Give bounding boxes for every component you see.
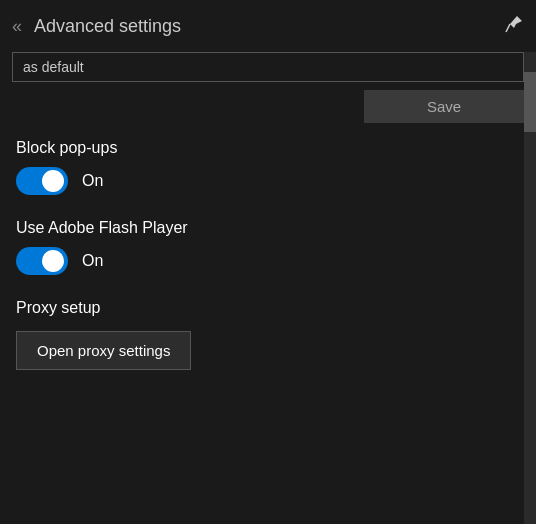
scrollbar[interactable] xyxy=(524,52,536,524)
pin-icon[interactable] xyxy=(504,14,524,39)
app-container: « Advanced settings Save Block pop-ups xyxy=(0,0,536,524)
scrollbar-thumb[interactable] xyxy=(524,72,536,132)
page-title: Advanced settings xyxy=(34,16,181,37)
open-proxy-settings-button[interactable]: Open proxy settings xyxy=(16,331,191,370)
adobe-flash-toggle[interactable] xyxy=(16,247,68,275)
block-popups-label: Block pop-ups xyxy=(16,139,520,157)
adobe-flash-group: Use Adobe Flash Player On xyxy=(16,219,520,275)
adobe-flash-label: Use Adobe Flash Player xyxy=(16,219,520,237)
block-popups-toggle-row: On xyxy=(16,167,520,195)
save-button[interactable]: Save xyxy=(364,90,524,123)
settings-content: Block pop-ups On Use Adobe Flash Player … xyxy=(0,139,536,370)
block-popups-toggle[interactable] xyxy=(16,167,68,195)
block-popups-group: Block pop-ups On xyxy=(16,139,520,195)
block-popups-toggle-text: On xyxy=(82,172,103,190)
save-row: Save xyxy=(0,90,536,123)
setting-input[interactable] xyxy=(12,52,524,82)
back-icon[interactable]: « xyxy=(12,16,22,37)
top-input-container xyxy=(0,52,536,82)
adobe-flash-toggle-row: On xyxy=(16,247,520,275)
proxy-label: Proxy setup xyxy=(16,299,520,317)
header-left: « Advanced settings xyxy=(12,16,181,37)
svg-line-0 xyxy=(506,24,510,32)
proxy-group: Proxy setup Open proxy settings xyxy=(16,299,520,370)
header: « Advanced settings xyxy=(0,0,536,52)
adobe-flash-toggle-text: On xyxy=(82,252,103,270)
